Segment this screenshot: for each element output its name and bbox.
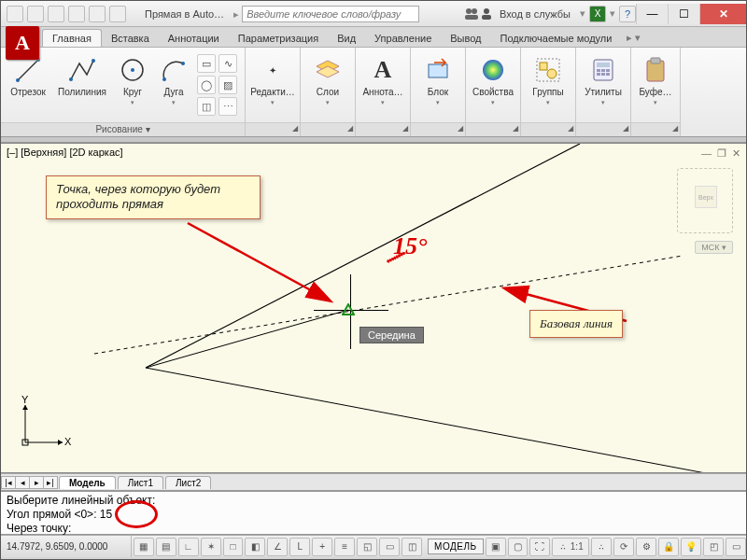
login-link[interactable]: Вход в службы — [494, 8, 576, 20]
rectangle-icon[interactable]: ▭ — [197, 54, 216, 73]
search-arrow-icon: ▸ — [233, 8, 239, 20]
status-hardware-icon[interactable]: 💡 — [681, 538, 701, 556]
status-model-toggle[interactable]: МОДЕЛЬ — [428, 539, 483, 554]
qat-redo-icon[interactable] — [89, 6, 106, 22]
ribbon: Отрезок Полилиния Круг ▾ Дуга ▾ ▭ ∿ ◯ ▨ … — [1, 48, 746, 137]
polyline-button[interactable]: Полилиния — [55, 51, 109, 119]
line-button[interactable]: Отрезок — [7, 51, 49, 119]
tab-parametric[interactable]: Параметризация — [229, 30, 328, 47]
status-3dosnap-icon[interactable]: ◧ — [245, 538, 265, 556]
groups-button[interactable]: Группы▾ — [527, 51, 570, 119]
panel-expand-icon[interactable]: ◢ — [292, 124, 298, 133]
status-osnap-icon[interactable]: □ — [223, 538, 244, 556]
qat-undo-icon[interactable] — [68, 6, 85, 22]
help-dropdown-icon[interactable]: ▾ — [606, 7, 619, 20]
command-window[interactable]: Выберите линейный объект: Угол прямой <0… — [1, 490, 746, 535]
region-icon[interactable]: ◫ — [197, 97, 216, 116]
status-lock-icon[interactable]: 🔒 — [658, 538, 679, 556]
svg-rect-26 — [597, 73, 600, 76]
exchange-icon[interactable]: X — [589, 6, 606, 22]
tab-annotate[interactable]: Аннотации — [159, 30, 229, 47]
circle-button[interactable]: Круг ▾ — [115, 51, 150, 119]
more-draw-icon[interactable]: ⋯ — [218, 97, 237, 116]
panel-expand-icon[interactable]: ◢ — [623, 124, 628, 133]
minimize-button[interactable]: — — [636, 4, 668, 24]
utils-button[interactable]: Утилиты▾ — [582, 51, 625, 119]
polyline-icon — [67, 55, 97, 85]
qat-new-icon[interactable] — [7, 6, 23, 22]
svg-point-17 — [483, 60, 503, 80]
status-workspace-icon[interactable]: ⚙ — [636, 538, 656, 556]
tab-view[interactable]: Вид — [328, 30, 365, 47]
arc-button[interactable]: Дуга ▾ — [156, 51, 191, 119]
svg-point-11 — [131, 68, 134, 72]
status-annoauto-icon[interactable]: ⟳ — [613, 538, 634, 556]
panel-expand-icon[interactable]: ◢ — [513, 124, 518, 133]
sheet-nav-prev[interactable]: ◂ — [15, 476, 30, 489]
chevron-down-icon[interactable]: ▾ — [576, 7, 589, 20]
search-input[interactable] — [242, 6, 419, 22]
status-ducs-icon[interactable]: L — [289, 538, 310, 556]
status-isolate-icon[interactable]: ◰ — [703, 538, 724, 556]
svg-rect-22 — [597, 63, 610, 67]
layers-button[interactable]: Слои▾ — [306, 51, 349, 119]
status-dyn-icon[interactable]: + — [312, 538, 332, 556]
properties-button[interactable]: Свойства▾ — [472, 51, 514, 119]
close-button[interactable]: ✕ — [699, 4, 746, 24]
panel-expand-icon[interactable]: ◢ — [402, 124, 408, 133]
sheet-nav-next[interactable]: ▸ — [29, 476, 44, 489]
sheet-model[interactable]: Модель — [59, 476, 116, 489]
panel-expand-icon[interactable]: ◢ — [347, 124, 353, 133]
status-quickview-icon[interactable]: ▣ — [486, 538, 506, 556]
status-qp-icon[interactable]: ▭ — [379, 538, 400, 556]
sheet-nav-first[interactable]: |◂ — [1, 476, 16, 489]
panel-expand-icon[interactable]: ◢ — [458, 124, 463, 133]
status-bar: 14.7972, 9.6509, 0.0000 ▦ ▤ ∟ ✶ □ ◧ ∠ L … — [1, 535, 746, 557]
clipboard-button[interactable]: Буфе…▾ — [637, 51, 674, 119]
tab-insert[interactable]: Вставка — [102, 30, 159, 47]
status-annovis-icon[interactable]: ⛬ — [591, 538, 612, 556]
status-annoscale-icon[interactable]: ⛬ 1:1 — [552, 538, 589, 556]
status-clean-icon[interactable]: ▭ — [726, 538, 746, 556]
help-icon[interactable]: ? — [619, 6, 636, 22]
qat-print-icon[interactable] — [109, 6, 126, 22]
maximize-button[interactable]: ☐ — [668, 4, 699, 24]
status-sc-icon[interactable]: ◫ — [402, 538, 422, 556]
ellipse-icon[interactable]: ◯ — [197, 76, 216, 94]
status-snap-icon[interactable]: ▦ — [134, 538, 154, 556]
app-menu-button[interactable]: A — [6, 26, 39, 60]
tab-output[interactable]: Вывод — [441, 30, 490, 47]
sheet-nav-last[interactable]: ▸| — [43, 476, 58, 489]
status-trans-icon[interactable]: ◱ — [357, 538, 377, 556]
hatch-icon[interactable]: ▨ — [218, 76, 237, 94]
status-lwt-icon[interactable]: ≡ — [334, 538, 355, 556]
ucs-icon: X Y — [16, 396, 72, 455]
status-layouts-icon[interactable]: ▢ — [508, 538, 529, 556]
callout-baseline: Базовая линия — [529, 310, 623, 338]
tab-plugins[interactable]: Подключаемые модули — [491, 30, 622, 47]
status-track-icon[interactable]: ∠ — [267, 538, 288, 556]
status-polar-icon[interactable]: ✶ — [201, 538, 221, 556]
status-ortho-icon[interactable]: ∟ — [178, 538, 199, 556]
svg-point-12 — [162, 77, 166, 81]
status-maximize-viewport-icon[interactable]: ⛶ — [529, 538, 550, 556]
drawing-area[interactable]: [–] [Верхняя] [2D каркас] —❐✕ Верх МСК ▾… — [1, 143, 746, 473]
sheet-layout1[interactable]: Лист1 — [118, 476, 163, 489]
panel-draw-title[interactable]: Рисование ▾ — [1, 122, 245, 136]
tab-home[interactable]: Главная — [42, 29, 102, 47]
edit-button[interactable]: ✦Редакти…▾ — [251, 51, 294, 119]
spline-icon[interactable]: ∿ — [218, 54, 237, 73]
qat-save-icon[interactable] — [48, 6, 64, 22]
svg-line-33 — [146, 310, 348, 368]
sheet-layout2[interactable]: Лист2 — [165, 476, 211, 489]
qat-open-icon[interactable] — [27, 6, 44, 22]
svg-marker-37 — [343, 304, 354, 315]
tab-overflow-icon[interactable]: ▸ ▾ — [621, 29, 646, 47]
annotate-button[interactable]: AАннота…▾ — [361, 51, 404, 119]
tab-manage[interactable]: Управление — [365, 30, 441, 47]
panel-expand-icon[interactable]: ◢ — [672, 124, 678, 133]
block-button[interactable]: Блок▾ — [416, 51, 459, 119]
panel-expand-icon[interactable]: ◢ — [568, 124, 573, 133]
status-grid-icon[interactable]: ▤ — [156, 538, 176, 556]
clipboard-icon — [641, 55, 670, 85]
